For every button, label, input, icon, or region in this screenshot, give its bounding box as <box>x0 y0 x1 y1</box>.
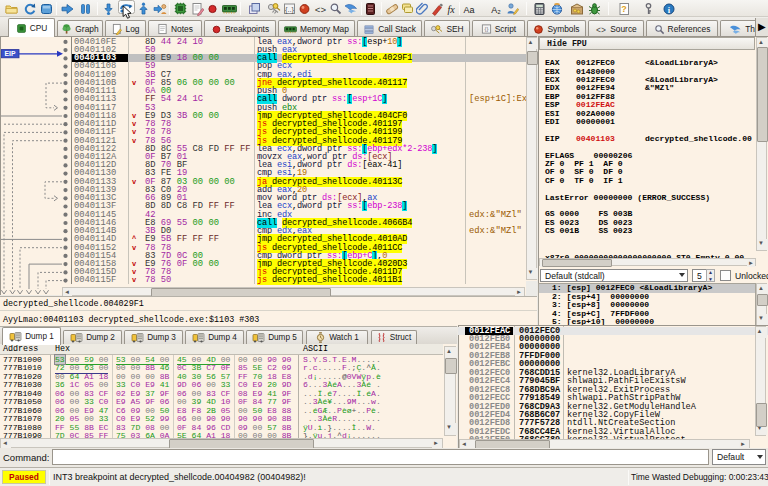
svg-text:{..}: {..} <box>284 5 294 14</box>
svg-text:fx: fx <box>447 4 455 15</box>
svg-text:Aa: Aa <box>463 5 474 15</box>
svg-text:?: ? <box>621 4 627 14</box>
svg-text:{}: {} <box>484 26 488 32</box>
svg-text:<>: <> <box>314 5 326 16</box>
svg-text:A₂: A₂ <box>491 5 501 15</box>
svg-text:EIP: EIP <box>5 50 16 57</box>
svg-text:<>: <> <box>596 25 606 34</box>
